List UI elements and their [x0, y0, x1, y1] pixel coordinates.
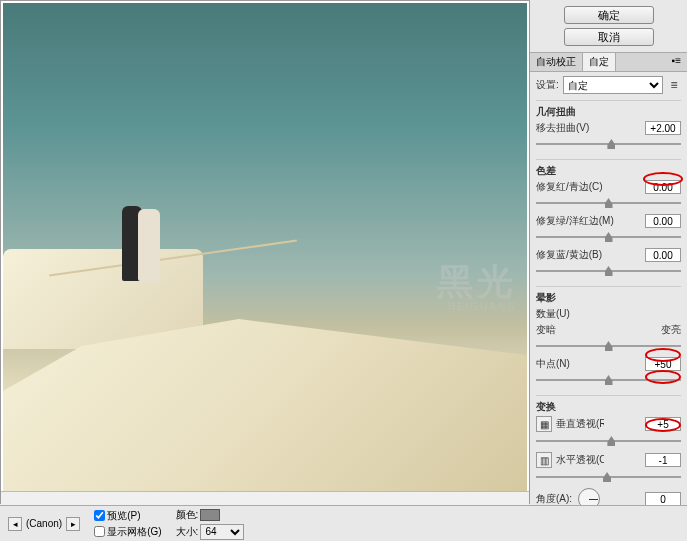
angle-input[interactable]: [645, 492, 681, 505]
red-fringe-slider[interactable]: [536, 196, 681, 210]
next-image-button[interactable]: ▸: [66, 517, 80, 531]
vertical-perspective-label: 垂直透视(R): [556, 417, 604, 431]
green-fringe-label: 修复绿/洋红边(M): [536, 214, 641, 228]
red-fringe-input[interactable]: [645, 180, 681, 194]
grid-size-select[interactable]: 64: [200, 524, 244, 540]
preview-checkbox-row[interactable]: 预览(P): [94, 509, 161, 523]
blue-fringe-label: 修复蓝/黄边(B): [536, 248, 641, 262]
grid-checkbox[interactable]: [94, 526, 105, 537]
preview-image[interactable]: 黑光 HEIGUANG: [3, 3, 527, 499]
red-fringe-label: 修复红/青边(C): [536, 180, 641, 194]
midpoint-slider[interactable]: [536, 373, 681, 387]
blue-fringe-slider[interactable]: [536, 264, 681, 278]
geometric-title: 几何扭曲: [536, 100, 681, 119]
remove-distort-label: 移去扭曲(V): [536, 121, 596, 135]
blue-fringe-input[interactable]: [645, 248, 681, 262]
bottom-toolbar: ◂ (Canon) ▸ 预览(P) 显示网格(G) 颜色: 大小: 64: [0, 505, 687, 541]
size-label: 大小:: [176, 525, 199, 539]
grid-checkbox-label: 显示网格(G): [107, 525, 161, 539]
horizontal-perspective-slider[interactable]: [536, 470, 681, 484]
green-fringe-slider[interactable]: [536, 230, 681, 244]
settings-label: 设置:: [536, 78, 559, 92]
angle-label: 角度(A):: [536, 492, 572, 505]
settings-menu-icon[interactable]: ≡: [667, 78, 681, 92]
green-fringe-input[interactable]: [645, 214, 681, 228]
tab-bar: 自动校正 自定 ▪≡: [530, 52, 687, 72]
vignette-title: 晕影: [536, 286, 681, 305]
color-label: 颜色:: [176, 508, 199, 522]
horizontal-scrollbar[interactable]: [1, 491, 529, 505]
tab-custom[interactable]: 自定: [583, 53, 616, 71]
remove-distort-slider[interactable]: [536, 137, 681, 151]
tab-menu-icon[interactable]: ▪≡: [666, 53, 687, 71]
vertical-perspective-input[interactable]: [645, 417, 681, 431]
grid-color-swatch[interactable]: [200, 509, 220, 521]
transform-title: 变换: [536, 395, 681, 414]
grid-checkbox-row[interactable]: 显示网格(G): [94, 525, 161, 539]
watermark-text: 黑光: [437, 258, 517, 307]
ok-button[interactable]: 确定: [564, 6, 654, 24]
horizontal-perspective-label: 水平透视(O): [556, 453, 604, 467]
chromatic-title: 色差: [536, 159, 681, 178]
preview-checkbox[interactable]: [94, 510, 105, 521]
preview-pane: 黑光 HEIGUANG: [0, 0, 530, 504]
tab-auto-correct[interactable]: 自动校正: [530, 53, 583, 71]
cancel-button[interactable]: 取消: [564, 28, 654, 46]
preview-checkbox-label: 预览(P): [107, 509, 140, 523]
vignette-amount-slider[interactable]: [536, 339, 681, 353]
vignette-dark-label: 变暗: [536, 323, 556, 337]
horizontal-perspective-input[interactable]: [645, 453, 681, 467]
settings-select[interactable]: 自定: [563, 76, 663, 94]
vignette-amount-label: 数量(U): [536, 307, 681, 321]
vertical-perspective-icon: ▦: [536, 416, 552, 432]
angle-dial[interactable]: [578, 488, 600, 505]
remove-distort-input[interactable]: [645, 121, 681, 135]
settings-panel: 设置: 自定 ≡ 几何扭曲 移去扭曲(V) 色差 修复红/青边: [530, 72, 687, 505]
vertical-perspective-slider[interactable]: [536, 434, 681, 448]
watermark-sub: HEIGUANG: [448, 301, 517, 312]
horizontal-perspective-icon: ▥: [536, 452, 552, 468]
midpoint-input[interactable]: [645, 357, 681, 371]
camera-info: (Canon): [26, 518, 62, 529]
vignette-light-label: 变亮: [661, 323, 681, 337]
midpoint-label: 中点(N): [536, 357, 641, 371]
prev-image-button[interactable]: ◂: [8, 517, 22, 531]
